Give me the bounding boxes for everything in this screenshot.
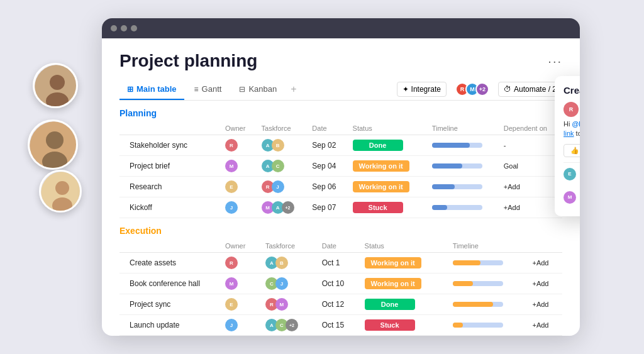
row-timeline — [448, 294, 528, 315]
owner-avatar: E — [225, 180, 238, 193]
taskforce-avatar-2: B — [272, 139, 284, 152]
status-badge: Working on it — [353, 160, 409, 172]
row-timeline — [448, 274, 528, 294]
tab-gantt[interactable]: ≡ Gantt — [187, 79, 230, 100]
owner-avatar: R — [225, 139, 238, 152]
section-planning-header[interactable]: Planning — [119, 101, 562, 122]
owner-avatar: M — [225, 160, 238, 172]
taskforce-count: +2 — [282, 201, 294, 214]
row-date: Oct 1 — [317, 253, 360, 274]
comment-text: Hi @Everyone on this board, here's the l… — [564, 119, 580, 139]
status-badge: Done — [365, 299, 415, 310]
status-badge: Stuck — [365, 319, 415, 331]
execution-table: Owner Taskforce Date Status Timeline Cre… — [119, 240, 562, 336]
like-button[interactable]: 👍 Like — [564, 144, 580, 157]
row-timeline — [427, 135, 499, 156]
taskforce-avatar-2: C — [272, 160, 284, 172]
row-timeline — [448, 315, 528, 336]
row-owner: E — [220, 177, 257, 197]
row-taskforce: AC+2 — [260, 315, 317, 336]
project-title-text: Project planning — [119, 51, 257, 71]
row-dep-add[interactable]: +Add — [499, 177, 562, 197]
owner-avatar: M — [225, 277, 238, 290]
row-timeline — [427, 197, 499, 218]
status-badge: Working on it — [365, 257, 421, 268]
svg-point-1 — [50, 75, 65, 90]
tab-kanban[interactable]: ⊟ Kanban — [231, 79, 284, 100]
timeline-bar — [432, 205, 482, 210]
project-title-row: Project planning ··· — [119, 51, 562, 71]
titlebar-dot-3 — [131, 25, 137, 31]
row-date: Sep 02 — [307, 135, 347, 156]
owner-avatar: E — [225, 298, 238, 311]
integrate-label: Integrate — [411, 85, 441, 94]
row-date: Sep 06 — [307, 177, 347, 197]
divider — [564, 162, 580, 163]
col-taskforce: Taskforce — [257, 122, 308, 135]
timeline-fill — [453, 323, 463, 328]
col-timeline: Timeline — [427, 122, 499, 135]
timeline-fill — [432, 163, 462, 169]
row-add[interactable]: +Add — [527, 315, 562, 336]
taskforce-count: +2 — [286, 319, 298, 331]
col-owner: Owner — [220, 240, 260, 253]
comment-author-row: R Rachel — [564, 102, 580, 117]
row-taskforce: AB — [260, 253, 317, 274]
status-badge: Done — [353, 140, 403, 151]
row-name: Launch update — [119, 315, 220, 336]
row-status: Working on it — [360, 274, 448, 294]
reply-comment-may: M May Amazing work 👏👏👏 — [564, 191, 580, 204]
gantt-icon: ≡ — [194, 85, 199, 94]
main-window: Project planning ··· ⊞ Main table ≡ Gant… — [102, 18, 580, 336]
timeline-bar — [453, 260, 503, 265]
window-body: Project planning ··· ⊞ Main table ≡ Gant… — [102, 38, 580, 336]
col-owner: Owner — [220, 122, 257, 135]
avatar-float-3 — [39, 170, 82, 213]
timeline-fill — [432, 205, 447, 210]
titlebar-dot-2 — [121, 25, 127, 31]
row-add[interactable]: +Add — [527, 294, 562, 315]
table-row: Kickoff J MA+2 Sep 07 Stuck +Add — [119, 197, 562, 218]
avatar-float-1 — [33, 63, 78, 108]
collaborators-group: R M +2 — [455, 82, 489, 96]
col-dependent: Dependent on — [499, 122, 562, 135]
titlebar — [102, 18, 580, 38]
row-timeline — [427, 156, 499, 177]
taskforce-avatar-2: J — [272, 180, 284, 193]
row-name: Kickoff — [119, 197, 220, 218]
row-owner: E — [220, 294, 260, 315]
row-name: Project sync — [119, 294, 220, 315]
automate-icon: ⏱ — [504, 85, 511, 94]
status-badge: Working on it — [365, 278, 421, 289]
reply-comment-eddie: E Eddie Looks great, left comments in th… — [564, 168, 580, 187]
row-date: Oct 15 — [317, 315, 360, 336]
col-status: Status — [360, 240, 448, 253]
table-row: Stakeholder sync R AB Sep 02 Done - — [119, 135, 562, 156]
mention-everyone: @Everyone on this board — [572, 120, 580, 128]
timeline-fill — [432, 184, 455, 189]
tab-add-button[interactable]: + — [287, 79, 300, 100]
section-execution-header[interactable]: Execution — [119, 218, 562, 240]
row-owner: M — [220, 274, 260, 294]
more-button[interactable]: ··· — [548, 54, 562, 69]
row-name: Book conference hall — [119, 274, 220, 294]
reply-avatar-may: M — [564, 191, 576, 204]
owner-avatar: J — [225, 319, 238, 331]
row-add[interactable]: +Add — [527, 274, 562, 294]
table-row: Project brief M AC Sep 04 Working on it … — [119, 156, 562, 177]
avatar-float-2 — [28, 119, 78, 170]
execution-header-row: Owner Taskforce Date Status Timeline — [119, 240, 562, 253]
integrate-button[interactable]: ✦ Integrate — [397, 82, 447, 97]
row-status: Done — [348, 135, 427, 156]
taskforce-avatar-2: J — [275, 277, 288, 290]
popup-title: Create assets — [564, 85, 580, 96]
automate-button[interactable]: ⏱ Automate / 2 — [498, 82, 562, 97]
tabs-bar: ⊞ Main table ≡ Gantt ⊟ Kanban + ✦ Integr… — [119, 79, 562, 101]
timeline-bar — [432, 163, 482, 169]
link-assets[interactable]: link — [564, 130, 574, 137]
row-add[interactable]: +Add — [527, 253, 562, 274]
row-dep-add[interactable]: +Add — [499, 197, 562, 218]
automate-label: Automate / 2 — [514, 85, 557, 94]
collab-count: +2 — [475, 82, 489, 96]
tab-main-table[interactable]: ⊞ Main table — [119, 79, 184, 100]
